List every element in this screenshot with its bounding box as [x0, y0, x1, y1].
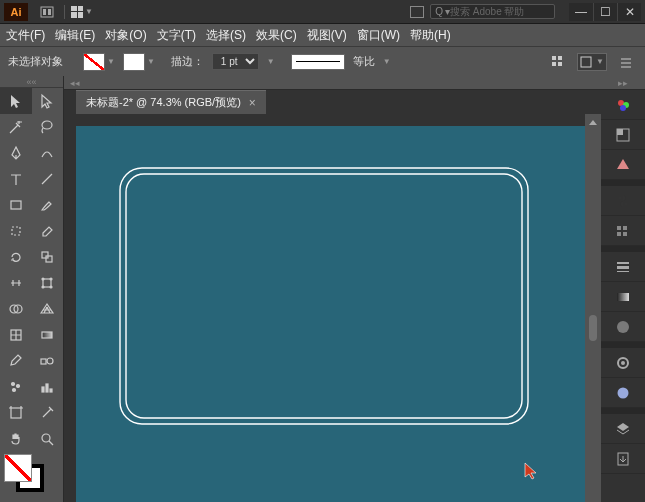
svg-rect-7	[581, 57, 591, 67]
svg-point-19	[50, 286, 52, 288]
svg-rect-15	[43, 279, 51, 287]
paintbrush-tool[interactable]	[32, 192, 64, 218]
zoom-tool[interactable]	[32, 426, 64, 452]
tab-close-button[interactable]: ×	[249, 96, 256, 110]
svg-rect-50	[617, 293, 629, 301]
svg-point-51	[617, 321, 629, 333]
shaper-tool[interactable]	[0, 218, 32, 244]
stroke-swatch[interactable]	[123, 53, 145, 71]
appearance-panel-icon[interactable]	[601, 348, 645, 378]
free-transform-tool[interactable]	[32, 270, 64, 296]
menu-type[interactable]: 文字(T)	[157, 27, 196, 44]
maximize-button[interactable]: ☐	[593, 3, 617, 21]
slice-tool[interactable]	[32, 400, 64, 426]
svg-rect-43	[617, 226, 621, 230]
align-panel-icon[interactable]	[547, 53, 569, 71]
panel-dock-strip[interactable]: ◂◂	[64, 76, 601, 90]
artboard-tool[interactable]	[0, 400, 32, 426]
shape-builder-tool[interactable]	[0, 296, 32, 322]
stroke-panel-icon[interactable]	[601, 252, 645, 282]
line-tool[interactable]	[32, 166, 64, 192]
symbol-sprayer-tool[interactable]	[0, 374, 32, 400]
artwork-rounded-rect[interactable]	[118, 166, 530, 426]
layers-panel-icon[interactable]	[601, 414, 645, 444]
menu-object[interactable]: 对象(O)	[105, 27, 146, 44]
svg-rect-6	[558, 62, 562, 66]
svg-rect-3	[552, 56, 556, 60]
lasso-tool[interactable]	[32, 114, 64, 140]
scroll-thumb[interactable]	[589, 315, 597, 341]
gradient-tool[interactable]	[32, 322, 64, 348]
document-tab[interactable]: 未标题-2* @ 74.3% (RGB/预览) ×	[76, 90, 266, 114]
svg-rect-47	[617, 262, 629, 264]
document-setup-icon[interactable]: ▼	[577, 53, 607, 71]
svg-rect-5	[552, 62, 556, 66]
graphic-styles-panel-icon[interactable]	[601, 378, 645, 408]
perspective-grid-tool[interactable]	[32, 296, 64, 322]
rectangle-tool[interactable]	[0, 192, 32, 218]
type-tool[interactable]	[0, 166, 32, 192]
dock-collapse-strip[interactable]: ▸▸	[601, 76, 645, 90]
menu-effect[interactable]: 效果(C)	[256, 27, 297, 44]
menu-bar: 文件(F) 编辑(E) 对象(O) 文字(T) 选择(S) 效果(C) 视图(V…	[0, 24, 645, 46]
scale-tool[interactable]	[32, 244, 64, 270]
svg-point-54	[618, 387, 629, 398]
mesh-tool[interactable]	[0, 322, 32, 348]
fill-color-swatch[interactable]	[4, 454, 32, 482]
svg-point-25	[47, 358, 53, 364]
color-guide-panel-icon[interactable]	[601, 150, 645, 180]
transparency-panel-icon[interactable]	[601, 312, 645, 342]
vertical-scrollbar[interactable]	[585, 114, 601, 502]
chevron-down-icon[interactable]: ▼	[107, 57, 115, 66]
minimize-button[interactable]: —	[569, 3, 593, 21]
swatches-panel-icon[interactable]	[601, 120, 645, 150]
rotate-tool[interactable]	[0, 244, 32, 270]
menu-window[interactable]: 窗口(W)	[357, 27, 400, 44]
stroke-profile-preview[interactable]	[291, 54, 345, 70]
close-button[interactable]: ✕	[617, 3, 641, 21]
color-panel-icon[interactable]	[601, 90, 645, 120]
tools-panel: ««	[0, 76, 64, 502]
profile-label: 等比	[353, 54, 375, 69]
svg-point-11	[42, 121, 52, 129]
canvas[interactable]	[76, 126, 585, 502]
search-input[interactable]	[450, 6, 550, 17]
svg-point-33	[42, 434, 50, 442]
fill-swatch[interactable]	[83, 53, 105, 71]
preferences-icon[interactable]	[615, 53, 637, 71]
eraser-tool[interactable]	[32, 218, 64, 244]
menu-view[interactable]: 视图(V)	[307, 27, 347, 44]
hand-tool[interactable]	[0, 426, 32, 452]
scroll-up-icon[interactable]	[589, 120, 597, 125]
eyedropper-tool[interactable]	[0, 348, 32, 374]
svg-point-28	[12, 389, 15, 392]
symbols-panel-icon[interactable]	[601, 186, 645, 216]
chevron-down-icon[interactable]: ▼	[267, 57, 275, 66]
svg-rect-12	[11, 201, 21, 209]
selection-tool[interactable]	[0, 88, 32, 114]
menu-file[interactable]: 文件(F)	[6, 27, 45, 44]
brushes-panel-icon[interactable]	[601, 216, 645, 246]
fill-stroke-picker[interactable]	[0, 452, 63, 496]
gradient-panel-icon[interactable]	[601, 282, 645, 312]
menu-select[interactable]: 选择(S)	[206, 27, 246, 44]
column-graph-tool[interactable]	[32, 374, 64, 400]
blend-tool[interactable]	[32, 348, 64, 374]
svg-rect-30	[46, 384, 48, 392]
stroke-weight-select[interactable]: 1 pt	[212, 53, 259, 70]
magic-wand-tool[interactable]	[0, 114, 32, 140]
arrange-documents-dropdown[interactable]: ▼	[71, 6, 93, 18]
svg-point-41	[618, 196, 622, 200]
asset-export-panel-icon[interactable]	[601, 444, 645, 474]
menu-edit[interactable]: 编辑(E)	[55, 27, 95, 44]
pen-tool[interactable]	[0, 140, 32, 166]
bridge-icon[interactable]	[36, 6, 58, 18]
direct-selection-tool[interactable]	[32, 88, 64, 114]
search-box[interactable]: Q▾	[430, 4, 555, 19]
chevron-down-icon[interactable]: ▼	[147, 57, 155, 66]
menu-help[interactable]: 帮助(H)	[410, 27, 451, 44]
curvature-tool[interactable]	[32, 140, 64, 166]
chevron-down-icon[interactable]: ▼	[383, 57, 391, 66]
width-tool[interactable]	[0, 270, 32, 296]
document-icon[interactable]	[410, 6, 424, 18]
